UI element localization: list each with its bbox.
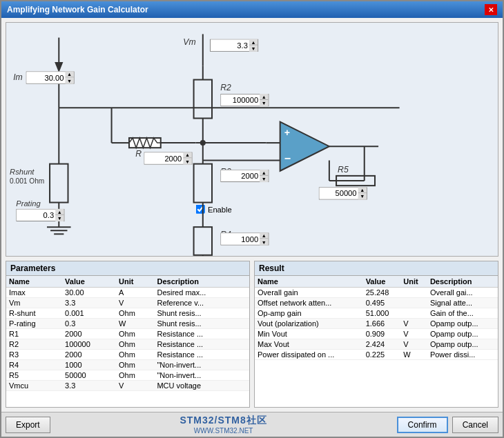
r4-down[interactable]: ▼ — [260, 239, 268, 245]
prating-label: Prating — [16, 199, 41, 208]
r4-spinbox: 1000 ▲ ▼ — [220, 232, 269, 245]
r4-up[interactable]: ▲ — [260, 232, 268, 239]
prating-input[interactable]: 0.3 — [17, 210, 55, 221]
table-row: Offset network atten...0.495Signal atte.… — [255, 298, 498, 308]
r2-label: R2 — [220, 83, 231, 92]
parameters-header-row: Name Value Unit Description — [6, 276, 249, 288]
table-row: Imax30.00ADesired max... — [6, 288, 249, 298]
r2-down[interactable]: ▼ — [260, 100, 268, 106]
table-row: P-rating0.3WShunt resis... — [6, 319, 249, 329]
window-title: Amplifying Network Gain Calculator — [7, 5, 148, 14]
r-down[interactable]: ▼ — [183, 158, 191, 164]
r3-up[interactable]: ▲ — [260, 170, 268, 176]
im-spinbox: 30.00 ▲ ▼ — [26, 71, 74, 83]
table-row: R41000Ohm"Non-invert... — [6, 360, 249, 370]
enable-label: Enable — [208, 205, 232, 213]
r5-spinbox: 50000 ▲ ▼ — [319, 187, 367, 199]
r3-down[interactable]: ▼ — [260, 176, 268, 182]
circuit-svg: Im 30.00 ▲ ▼ Rshunt 0.0 — [6, 23, 498, 256]
parameters-table: Name Value Unit Description Imax30.00ADe… — [6, 276, 249, 391]
table-row: R-shunt0.001OhmShunt resis... — [6, 308, 249, 319]
r5-down[interactable]: ▼ — [358, 193, 367, 199]
result-col-unit: Unit — [400, 276, 427, 288]
main-content: Im 30.00 ▲ ▼ Rshunt 0.0 — [1, 18, 503, 412]
r-spinbox: 2000 ▲ ▼ — [144, 152, 192, 164]
footer-actions: Confirm Cancel — [397, 417, 498, 433]
vm-input[interactable]: 3.3 — [211, 40, 249, 51]
result-col-value: Value — [363, 276, 401, 288]
table-row: Power dissipated on ...0.225WPower dissi… — [255, 350, 498, 360]
r5-label: R5 — [338, 165, 349, 175]
param-col-unit: Unit — [116, 276, 154, 288]
prating-up[interactable]: ▲ — [55, 209, 64, 215]
parameters-panel: Parameters Name Value Unit Description — [6, 261, 250, 408]
result-col-name: Name — [255, 276, 363, 288]
main-window: Amplifying Network Gain Calculator ✕ Im — [0, 0, 504, 438]
r2-up[interactable]: ▲ — [260, 94, 268, 100]
im-input[interactable]: 30.00 — [26, 72, 65, 83]
result-col-desc: Description — [427, 276, 498, 288]
r5-input[interactable]: 50000 — [320, 188, 358, 199]
confirm-button[interactable]: Confirm — [397, 417, 448, 433]
table-row: R550000Ohm"Non-invert... — [6, 370, 249, 381]
export-button[interactable]: Export — [6, 417, 50, 433]
r2-spinbox: 100000 ▲ ▼ — [220, 94, 269, 106]
vm-down[interactable]: ▼ — [249, 46, 258, 52]
table-row: R32000OhmResistance ... — [6, 350, 249, 360]
table-row: Vm3.3VReference v... — [6, 298, 249, 308]
table-row: Vout (polarization)1.666VOpamp outp... — [255, 319, 498, 329]
svg-rect-0 — [6, 23, 498, 255]
r2-input[interactable]: 100000 — [221, 94, 260, 106]
result-header: Result — [255, 261, 498, 276]
rshunt-label: Rshunt — [10, 168, 35, 176]
im-down[interactable]: ▼ — [65, 77, 73, 83]
circuit-diagram: Im 30.00 ▲ ▼ Rshunt 0.0 — [6, 22, 498, 257]
r5-up[interactable]: ▲ — [358, 187, 367, 193]
result-header-row: Name Value Unit Description — [255, 276, 498, 288]
cancel-button[interactable]: Cancel — [452, 417, 498, 433]
param-col-name: Name — [6, 276, 62, 288]
stm32-brand: STM32/STM8社区 — [180, 415, 266, 427]
parameters-header: Parameters — [6, 261, 249, 276]
r-up[interactable]: ▲ — [183, 152, 191, 158]
stm32-url: WWW.STM32.NET — [194, 427, 253, 435]
r-input[interactable]: 2000 — [144, 152, 183, 163]
table-row: Max Vout2.424VOpamp outp... — [255, 339, 498, 350]
vm-up[interactable]: ▲ — [249, 39, 258, 46]
bottom-panels: Parameters Name Value Unit Description — [6, 261, 498, 408]
result-panel: Result Name Value Unit Description — [254, 261, 498, 408]
table-row: Vmcu3.3VMCU voltage — [6, 381, 249, 391]
r-label: R — [135, 149, 142, 159]
r3-input[interactable]: 2000 — [221, 170, 260, 181]
table-row: Op-amp gain51.000Gain of the... — [255, 308, 498, 319]
param-col-desc: Description — [154, 276, 249, 288]
close-button[interactable]: ✕ — [485, 4, 497, 15]
vm-top-label: Vm — [183, 37, 195, 47]
svg-text:+: + — [284, 127, 290, 138]
footer: Export STM32/STM8社区 WWW.STM32.NET Confir… — [1, 412, 503, 437]
table-row: R12000OhmResistance ... — [6, 329, 249, 339]
result-table: Name Value Unit Description Overall gain… — [255, 276, 498, 360]
r4-input[interactable]: 1000 — [221, 233, 260, 244]
svg-text:−: − — [284, 152, 291, 164]
table-row: Overall gain25.248Overall gai... — [255, 288, 498, 298]
enable-checkbox[interactable] — [196, 205, 205, 214]
prating-spinbox: 0.3 ▲ ▼ — [16, 209, 64, 221]
rshunt-value: 0.001 Ohm — [10, 177, 44, 185]
parameters-body: Imax30.00ADesired max...Vm3.3VReference … — [6, 288, 249, 391]
table-row: Min Vout0.909VOpamp outp... — [255, 329, 498, 339]
im-up[interactable]: ▲ — [65, 71, 73, 77]
table-row: R2100000OhmResistance ... — [6, 339, 249, 350]
r3-spinbox: 2000 ▲ ▼ — [220, 170, 269, 182]
im-label: Im — [13, 72, 23, 82]
param-col-value: Value — [62, 276, 116, 288]
prating-down[interactable]: ▼ — [55, 215, 64, 221]
title-bar: Amplifying Network Gain Calculator ✕ — [1, 1, 503, 18]
result-body: Overall gain25.248Overall gai...Offset n… — [255, 288, 498, 360]
vm-spinbox: 3.3 ▲ ▼ — [210, 39, 258, 52]
